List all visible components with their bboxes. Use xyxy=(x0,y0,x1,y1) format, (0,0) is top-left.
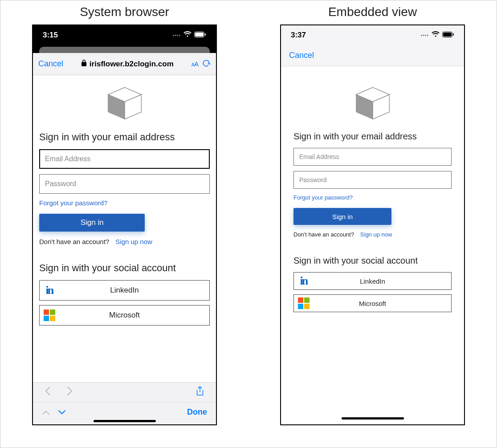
signup-row: Don't have an account? Sign up now xyxy=(293,231,452,238)
safari-address-bar: Cancel irisflower.b2clogin.com AA xyxy=(33,53,216,75)
microsoft-button[interactable]: Microsoft xyxy=(293,294,452,312)
signin-button[interactable]: Sign in xyxy=(293,208,391,225)
done-button[interactable]: Done xyxy=(187,407,207,417)
phone-frame-embedded: 3:37 •••• Cancel xyxy=(280,24,465,425)
share-button[interactable] xyxy=(196,386,204,399)
signup-link[interactable]: Sign up now xyxy=(115,238,152,245)
social-heading: Sign in with your social account xyxy=(39,262,210,274)
signin-content: Sign in with your email address Forgot y… xyxy=(281,66,464,412)
url-domain[interactable]: irisflower.b2clogin.com xyxy=(90,60,174,69)
signup-link[interactable]: Sign up now xyxy=(360,231,392,238)
status-bar: 3:37 •••• xyxy=(281,25,464,45)
linkedin-label: LinkedIn xyxy=(314,277,451,285)
forward-button[interactable] xyxy=(67,386,73,399)
home-indicator xyxy=(33,417,216,424)
microsoft-icon xyxy=(40,310,59,321)
svg-rect-1 xyxy=(195,33,204,37)
wifi-icon xyxy=(183,31,191,40)
microsoft-icon xyxy=(294,297,314,309)
forgot-password-link[interactable]: Forgot your password? xyxy=(39,199,210,207)
signup-row: Don't have an account? Sign up now xyxy=(39,238,210,245)
wifi-icon xyxy=(432,31,440,40)
no-account-text: Don't have an account? xyxy=(39,238,109,245)
column-title-right: Embedded view xyxy=(328,5,417,19)
status-bar: 3:15 •••• xyxy=(33,25,216,45)
signin-button[interactable]: Sign in xyxy=(39,214,145,232)
svg-rect-7 xyxy=(443,33,452,37)
linkedin-icon: in xyxy=(40,285,59,296)
microsoft-label: Microsoft xyxy=(59,311,209,320)
lock-icon xyxy=(81,60,87,69)
password-input[interactable] xyxy=(39,174,210,194)
no-account-text: Don't have an account? xyxy=(293,231,354,238)
forgot-password-link[interactable]: Forgot your password? xyxy=(293,194,452,201)
svg-rect-2 xyxy=(205,33,206,36)
find-prev-button[interactable] xyxy=(42,407,50,417)
battery-icon xyxy=(194,31,206,40)
signin-content: Sign in with your email address Forgot y… xyxy=(33,75,216,382)
phone-frame-system-browser: 3:15 •••• Cancel xyxy=(32,24,217,425)
signin-heading: Sign in with your email address xyxy=(293,131,452,142)
email-input[interactable] xyxy=(293,148,452,166)
safari-tab-chrome xyxy=(33,45,216,53)
email-input[interactable] xyxy=(39,149,210,169)
back-button[interactable] xyxy=(45,386,51,399)
cellular-dots-icon: •••• xyxy=(421,33,429,38)
safari-bottom-toolbar: Done xyxy=(33,382,216,424)
microsoft-label: Microsoft xyxy=(314,300,451,307)
svg-rect-8 xyxy=(453,33,454,36)
cellular-dots-icon: •••• xyxy=(173,33,181,38)
reload-button[interactable] xyxy=(202,59,211,69)
app-logo xyxy=(293,85,452,121)
linkedin-button[interactable]: in LinkedIn xyxy=(293,272,452,290)
cancel-button[interactable]: Cancel xyxy=(289,51,314,60)
embedded-nav-bar: Cancel xyxy=(281,45,464,66)
linkedin-button[interactable]: in LinkedIn xyxy=(39,280,210,301)
cancel-button[interactable]: Cancel xyxy=(38,59,63,69)
linkedin-label: LinkedIn xyxy=(59,286,209,295)
text-size-button[interactable]: AA xyxy=(191,60,198,68)
status-time: 3:37 xyxy=(291,31,306,40)
battery-icon xyxy=(442,31,454,40)
status-time: 3:15 xyxy=(43,31,58,40)
signin-heading: Sign in with your email address xyxy=(39,131,210,143)
linkedin-icon: in xyxy=(294,275,314,287)
microsoft-button[interactable]: Microsoft xyxy=(39,305,210,326)
column-title-left: System browser xyxy=(80,5,169,19)
app-logo xyxy=(39,85,210,121)
home-indicator xyxy=(281,412,464,424)
social-heading: Sign in with your social account xyxy=(293,256,452,266)
password-input[interactable] xyxy=(293,171,452,189)
find-next-button[interactable] xyxy=(58,407,66,417)
